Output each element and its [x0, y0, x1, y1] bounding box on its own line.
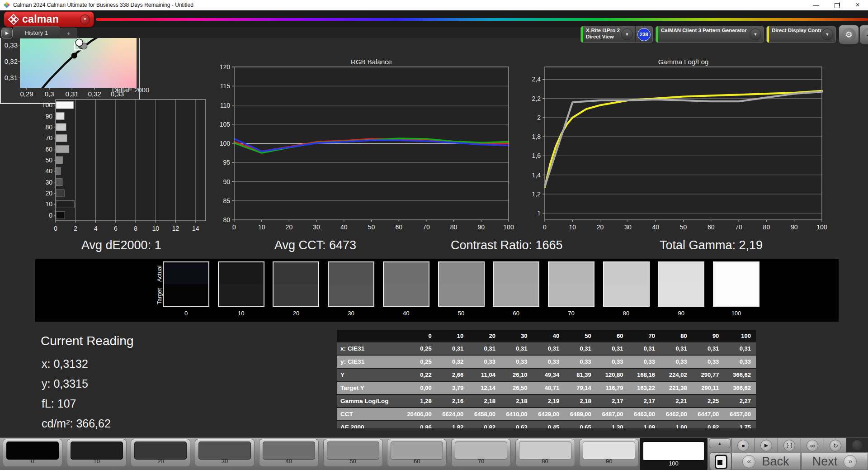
- swatch-label: 60: [493, 310, 539, 317]
- table-cell: 0,82: [692, 421, 724, 428]
- table-cell: 0,33: [628, 356, 660, 368]
- grayscale-swatch-20: [273, 261, 319, 307]
- collapse-panel-button[interactable]: ◀: [859, 25, 868, 44]
- window-controls: — ×: [806, 0, 868, 10]
- table-cell: 6458,00: [468, 408, 500, 420]
- table-cell: 0,00: [405, 382, 437, 394]
- svg-text:40: 40: [340, 223, 348, 231]
- table-column-header: 100: [724, 330, 756, 342]
- svg-text:40: 40: [45, 167, 52, 175]
- settings-button[interactable]: ⚙: [839, 25, 859, 44]
- swatch-label: 20: [273, 310, 319, 317]
- svg-text:70: 70: [45, 134, 52, 142]
- current-reading-y: y: 0,3315: [42, 377, 88, 390]
- table-cell: 20406,00: [405, 408, 437, 420]
- table-cell: 0,22: [405, 369, 437, 381]
- table-row: x: CIE310,250,310,310,310,310,310,310,31…: [337, 342, 756, 355]
- meter-count-badge[interactable]: 238: [637, 28, 651, 41]
- pattern-level-button-80[interactable]: 80: [515, 439, 575, 467]
- swatch-label: 50: [438, 310, 485, 317]
- chevron-down-icon[interactable]: ▼: [621, 28, 633, 40]
- gear-icon: ⚙: [842, 28, 856, 42]
- table-cell: 0,31: [628, 342, 660, 355]
- pattern-level-button-60[interactable]: 60: [387, 439, 447, 467]
- table-cell: 168,16: [628, 369, 660, 381]
- grayscale-swatch-30: [328, 261, 374, 307]
- display-control-dropdown[interactable]: Direct Display Control ▼: [766, 26, 836, 43]
- table-cell: 290,11: [692, 382, 724, 394]
- meter-mode: Direct View: [586, 34, 621, 39]
- logo-dropdown-icon[interactable]: ▼: [80, 14, 90, 24]
- svg-text:100: 100: [220, 140, 231, 147]
- swatch-label: 0: [163, 310, 209, 317]
- pattern-level-label: 90: [580, 458, 638, 465]
- minimize-icon[interactable]: —: [806, 0, 826, 10]
- pattern-level-button-50[interactable]: 50: [323, 439, 383, 467]
- stop-button[interactable]: ■: [731, 438, 755, 452]
- actual-label: Actual: [156, 266, 163, 282]
- calman-menu-button[interactable]: calman ▼: [4, 11, 94, 27]
- close-icon[interactable]: ×: [847, 0, 868, 10]
- table-cell: 0,31: [468, 342, 500, 355]
- restore-icon[interactable]: [826, 0, 847, 10]
- next-button[interactable]: Next »: [801, 453, 868, 470]
- table-column-header: 60: [596, 330, 628, 342]
- pattern-level-label: 30: [195, 458, 254, 465]
- workflow-nav-icon[interactable]: ▶: [1, 28, 13, 38]
- table-cell: 6410,00: [500, 408, 533, 420]
- refresh-button[interactable]: ↻: [824, 438, 847, 452]
- pattern-level-button-0[interactable]: 0: [3, 439, 62, 467]
- pattern-level-button-90[interactable]: 90: [579, 439, 639, 467]
- table-cell: 2,25: [692, 395, 724, 407]
- svg-text:20: 20: [286, 223, 293, 231]
- row-label: ΔE 2000: [337, 421, 405, 428]
- pattern-window-button[interactable]: [710, 452, 731, 470]
- svg-text:8: 8: [134, 225, 137, 232]
- grayscale-swatch-10: [218, 261, 264, 307]
- pattern-level-button-100[interactable]: 100: [640, 438, 708, 470]
- svg-text:2: 2: [74, 225, 77, 232]
- svg-text:80: 80: [450, 223, 458, 231]
- svg-text:80: 80: [763, 223, 770, 231]
- table-cell: 2,27: [724, 395, 756, 407]
- add-tab-button[interactable]: +: [60, 28, 77, 38]
- chevron-down-icon[interactable]: ▼: [750, 28, 761, 40]
- svg-text:40: 40: [652, 223, 659, 231]
- pattern-generator-dropdown[interactable]: CalMAN Client 3 Pattern Generator ▼: [656, 26, 764, 43]
- chevron-down-icon[interactable]: ▼: [821, 28, 833, 40]
- table-cell: 2,18: [468, 395, 500, 407]
- interval-icon: [··]: [783, 440, 795, 451]
- table-cell: 0,31: [437, 342, 469, 355]
- table-row: Target Y0,003,7912,1426,5048,7179,14116,…: [337, 381, 756, 394]
- table-cell: 0,33: [564, 356, 596, 368]
- svg-text:90: 90: [478, 223, 485, 231]
- interval-button[interactable]: [··]: [778, 438, 801, 452]
- pattern-level-button-40[interactable]: 40: [259, 439, 319, 467]
- svg-text:60: 60: [395, 223, 402, 231]
- pattern-level-button-70[interactable]: 70: [451, 439, 511, 467]
- pattern-level-button-20[interactable]: 20: [131, 439, 190, 467]
- expand-up-button[interactable]: ▲: [709, 438, 731, 448]
- table-cell: 2,16: [437, 395, 469, 407]
- continuous-read-button[interactable]: ∞: [801, 438, 824, 452]
- svg-text:115: 115: [220, 82, 231, 90]
- pattern-level-button-10[interactable]: 10: [67, 439, 127, 467]
- pattern-swatch: [455, 442, 507, 460]
- pattern-level-button-30[interactable]: 30: [195, 439, 255, 467]
- table-cell: 6487,00: [596, 408, 628, 420]
- tab-history-1[interactable]: History 1: [13, 26, 60, 38]
- cie-x-tick: 0,32: [85, 90, 104, 98]
- play-button[interactable]: ▶: [755, 438, 778, 452]
- loop-icon: ∞: [807, 440, 818, 451]
- svg-text:10: 10: [45, 200, 52, 208]
- meter-dropdown[interactable]: X-Rite i1Pro 2 Direct View ▼ 238: [580, 26, 653, 43]
- svg-text:2,2: 2,2: [532, 95, 541, 102]
- pattern-level-label: 70: [452, 458, 510, 465]
- table-cell: 2,21: [660, 395, 692, 407]
- current-reading-x: x: 0,3132: [42, 357, 88, 370]
- row-label: Target Y: [337, 382, 405, 394]
- svg-text:1,4: 1,4: [532, 171, 541, 179]
- svg-text:0: 0: [49, 212, 52, 219]
- back-button[interactable]: « Back: [731, 453, 800, 470]
- row-label: y: CIE31: [337, 356, 405, 368]
